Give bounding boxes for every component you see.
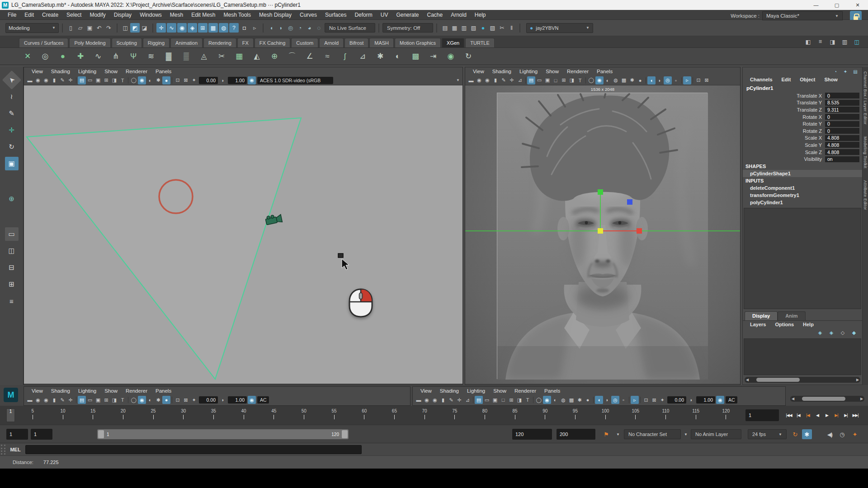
snap-grid-icon[interactable]: ✛	[156, 23, 166, 33]
input-node-item[interactable]: transformGeometry1	[743, 192, 862, 199]
universal-manipulator-tool[interactable]: ⊕	[5, 192, 19, 206]
shelf-tab[interactable]: Bifrost	[344, 38, 368, 47]
viewport-tool-icon[interactable]	[128, 77, 128, 84]
sound-icon[interactable]: ◀)	[825, 429, 835, 439]
new-scene-icon[interactable]: ▯	[66, 23, 75, 33]
viewport-tool-icon[interactable]: ▤	[78, 396, 86, 404]
layer-list[interactable]	[744, 338, 861, 375]
input-node-item[interactable]: polyCylinder1	[743, 199, 862, 206]
viewport-tool-icon[interactable]: ◨	[110, 76, 118, 84]
viewport-tool-icon[interactable]: ◖	[647, 76, 656, 84]
attribute-value-field[interactable]: 0	[825, 114, 859, 120]
menu-item[interactable]: Mesh Display	[255, 12, 296, 18]
fps-dropdown[interactable]: 24 fps ▼	[748, 429, 787, 439]
range-slider[interactable]: 1 120	[97, 429, 349, 439]
make-live-icon[interactable]: ▦	[208, 23, 218, 33]
attribute-value-field[interactable]: 0	[825, 128, 859, 134]
viewport-pin-icon[interactable]: ◔	[832, 68, 839, 75]
lasso-tool[interactable]: ≀	[5, 90, 19, 103]
playback-start-field[interactable]: 1	[31, 429, 52, 440]
workspace-dropdown[interactable]: Maya Classic* ▼	[762, 11, 843, 20]
live-surface-field[interactable]: No Live Surface	[325, 23, 375, 33]
snap-plane-icon[interactable]: ◈	[188, 23, 197, 33]
viewport-tool-icon[interactable]: ●	[584, 396, 592, 404]
gamma-icon[interactable]: ◗	[687, 396, 695, 404]
viewport-menu-item[interactable]: Panels	[540, 388, 564, 394]
layer-menu-item[interactable]: Layers	[745, 322, 770, 327]
layout-four-pane-button[interactable]: ⊞	[5, 277, 19, 291]
menu-item[interactable]: Create	[38, 12, 62, 18]
viewport-tool-icon[interactable]: ◎	[664, 76, 672, 84]
colorspace-dropdown[interactable]: ACES 1.0 SDR-video (sRGB	[257, 77, 333, 84]
viewport-tool-icon[interactable]	[693, 77, 693, 84]
gamma-icon[interactable]: ◗	[219, 76, 227, 84]
viewport-tool-icon[interactable]: ▮	[50, 396, 58, 404]
shelf-tab[interactable]: FX	[237, 38, 254, 47]
minimize-button[interactable]: —	[806, 0, 826, 10]
xgen-clump-icon[interactable]: ◬	[197, 50, 211, 63]
viewport-tool-icon[interactable]: ◉	[42, 76, 50, 84]
viewport-tool-icon[interactable]: ▣	[94, 396, 102, 404]
channel-menu-item[interactable]: Object	[796, 77, 819, 82]
xgen-bake-icon[interactable]: ▩	[409, 50, 422, 63]
menu-item[interactable]: Deform	[350, 12, 376, 18]
current-frame-field[interactable]: 1	[745, 409, 779, 421]
symmetry-field[interactable]: Symmetry: Off	[382, 23, 433, 33]
viewport-tool-icon[interactable]: ▤	[78, 76, 86, 84]
viewport-tool-icon[interactable]: ◐	[604, 76, 612, 84]
viewport-tool-icon[interactable]: ▭	[535, 76, 543, 84]
attribute-value-field[interactable]: 0	[825, 121, 859, 127]
menu-item[interactable]: Surfaces	[321, 12, 350, 18]
viewport-tool-icon[interactable]: T	[576, 76, 584, 84]
viewport-tool-icon[interactable]: ◉	[138, 396, 146, 404]
shape-node-item[interactable]: pCylinderShape1	[743, 170, 862, 177]
xgen-export-icon[interactable]: ⇥	[426, 50, 440, 63]
viewport-tool-icon[interactable]: ⊠	[650, 396, 658, 404]
range-end-handle[interactable]	[342, 430, 348, 438]
layer-panel-tab[interactable]: Display	[745, 311, 778, 320]
attribute-value-field[interactable]: on	[825, 156, 859, 162]
viewport-tool-icon[interactable]: ✛	[455, 396, 463, 404]
viewport-tool-icon[interactable]: ⊞	[102, 76, 110, 84]
viewport-tool-icon[interactable]: ⊡	[642, 396, 650, 404]
shelf-tab[interactable]: Sculpting	[112, 38, 142, 47]
menu-item[interactable]: Cache	[423, 12, 447, 18]
play-forwards-button[interactable]: ▶	[822, 409, 831, 421]
viewport-tool-icon[interactable]: ◉	[138, 76, 146, 84]
viewport-tool-icon[interactable]: T	[524, 396, 532, 404]
highlight-selection-icon[interactable]: ▹	[250, 23, 259, 33]
viewport-tool-icon[interactable]: ◗	[603, 396, 611, 404]
attribute-value-field[interactable]: 4.808	[825, 135, 859, 141]
viewport-tool-icon[interactable]: ⊠	[182, 76, 190, 84]
scroll-left-icon[interactable]: ◀	[745, 378, 750, 382]
viewport-menu-item[interactable]: Lighting	[515, 69, 542, 74]
step-back-key-button[interactable]: |◀	[803, 409, 812, 421]
auto-key-button[interactable]: ✱	[802, 429, 812, 439]
drag-grip[interactable]	[1, 445, 5, 455]
viewport-menu-item[interactable]: View	[28, 69, 47, 74]
view-transform-icon[interactable]: ◉	[248, 396, 256, 404]
menu-set-dropdown[interactable]: Modeling ▼	[5, 23, 59, 33]
menu-item[interactable]: Help	[471, 12, 490, 18]
layer-move-down-icon[interactable]: ◈	[828, 329, 835, 337]
viewport-tool-icon[interactable]: ✛	[508, 76, 516, 84]
viewport-tool-icon[interactable]: ●	[162, 76, 170, 84]
xgen-guide-icon[interactable]: Ψ	[127, 50, 140, 63]
viewport-tool-icon[interactable]: ▹	[683, 76, 691, 84]
xgen-scale-icon[interactable]: ⊿	[356, 50, 369, 63]
scale-tool[interactable]: ▣	[5, 157, 19, 170]
xgen-wave-icon[interactable]: ≋	[144, 50, 158, 63]
viewport-tool-icon[interactable]: ◉	[543, 396, 551, 404]
viewport-tool-icon[interactable]: ▭	[86, 396, 94, 404]
viewport-menu-item[interactable]: Renderer	[563, 69, 593, 74]
layout-single-pane-button[interactable]: ▭	[5, 227, 19, 241]
menu-item[interactable]: Edit	[20, 12, 38, 18]
horizontal-scrollbar[interactable]: ◀ ▶	[745, 377, 860, 383]
shelf-tab[interactable]: XGen	[442, 38, 464, 47]
shelf-tab[interactable]: Rigging	[143, 38, 170, 47]
viewport-tool-icon[interactable]: □	[499, 396, 507, 404]
layout-outliner-button[interactable]: ≡	[5, 294, 19, 308]
layer-panel-tab[interactable]: Anim	[778, 311, 806, 320]
shelf-tab[interactable]: Poly Modeling	[69, 38, 110, 47]
viewport-tool-icon[interactable]: ✱	[154, 396, 162, 404]
